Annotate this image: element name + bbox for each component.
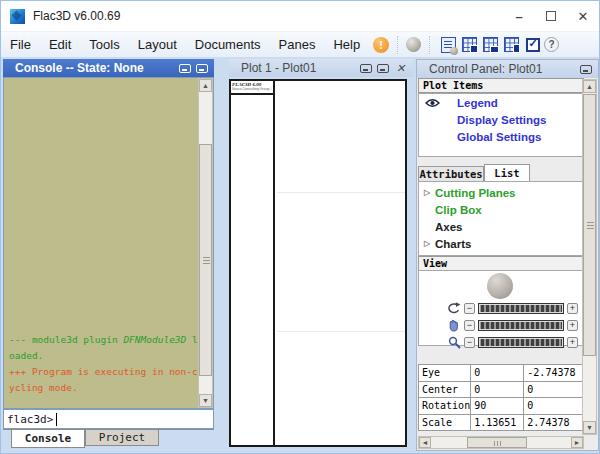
cell-value[interactable]: 0 (524, 381, 583, 398)
control-panel-scrollbar[interactable] (582, 79, 597, 435)
console-tab-bar: Console Project (3, 429, 214, 449)
scroll-left-icon[interactable] (419, 437, 431, 448)
app-icon (10, 9, 25, 24)
checkbox-icon[interactable] (526, 38, 540, 52)
menu-tools[interactable]: Tools (80, 34, 128, 55)
scroll-thumb[interactable] (199, 144, 212, 376)
scroll-thumb[interactable] (583, 94, 596, 356)
plot-maximize-button[interactable] (377, 64, 389, 73)
sphere-tool-icon[interactable] (406, 37, 421, 52)
cell-value[interactable]: 0 (471, 365, 524, 382)
plot-gridline (277, 331, 405, 332)
plot-canvas[interactable]: FLAC3D 6.00 Itasca Consulting Group, Inc… (229, 79, 407, 447)
view-parameters-table: Eye 0 -2.74378 Center 0 0 Rotation 90 0 … (418, 364, 583, 431)
grid-build-icon[interactable] (504, 37, 519, 52)
menu-file[interactable]: File (1, 34, 40, 55)
menu-panes[interactable]: Panes (270, 34, 325, 55)
scroll-down-icon[interactable] (199, 394, 212, 407)
rotate-slider-row (419, 301, 583, 315)
cell-value[interactable]: 0 (524, 398, 583, 415)
row-label: Eye (419, 365, 471, 382)
window-controls (503, 2, 599, 30)
console-minimize-button[interactable] (196, 64, 208, 73)
console-input[interactable]: flac3d> (3, 409, 214, 429)
tab-console[interactable]: Console (11, 429, 85, 448)
menu-help[interactable]: Help (324, 34, 369, 55)
tab-project[interactable]: Project (85, 430, 159, 446)
control-tab-bar: Attributes List (418, 164, 530, 182)
scroll-up-icon[interactable] (199, 79, 212, 92)
expand-icon[interactable] (419, 239, 435, 248)
window-title: Flac3D v6.00.69 (33, 9, 120, 23)
table-row: Eye 0 -2.74378 (419, 365, 583, 382)
control-panel-title: Control Panel: Plot01 (429, 62, 542, 76)
control-panel-header: Control Panel: Plot01 (417, 60, 598, 78)
row-label: Center (419, 381, 471, 398)
cell-value[interactable]: 1.13651 (471, 414, 524, 431)
console-output-area[interactable]: --- module3d plugin DFNModule3D l oaded.… (3, 77, 214, 409)
list-item: Display Settings (419, 111, 583, 128)
plot-item-global-settings[interactable]: Global Settings (457, 131, 541, 143)
list-item-clip-box[interactable]: Clip Box (435, 204, 482, 216)
console-output: --- module3d plugin DFNModule3D l oaded.… (9, 334, 199, 398)
maximize-button[interactable] (535, 2, 567, 30)
cell-value[interactable]: 0 (471, 381, 524, 398)
table-row: Rotation 90 0 (419, 398, 583, 415)
list-item-axes[interactable]: Axes (435, 221, 463, 233)
pan-plus-button[interactable] (567, 320, 578, 331)
pan-hand-icon (447, 319, 461, 332)
zoom-slider[interactable] (478, 337, 564, 348)
console-float-button[interactable] (179, 64, 191, 73)
plot-items-list: Legend Display Settings Global Settings (418, 93, 584, 157)
list-item: Legend (419, 94, 583, 111)
menu-edit[interactable]: Edit (40, 34, 80, 55)
rotate-plus-button[interactable] (567, 303, 578, 314)
scroll-right-icon[interactable] (571, 437, 583, 448)
scroll-thumb[interactable] (467, 437, 527, 448)
tab-attributes[interactable]: Attributes (418, 166, 484, 182)
pan-minus-button[interactable] (464, 320, 475, 331)
row-label: Rotation (419, 398, 471, 415)
scroll-up-icon[interactable] (583, 80, 596, 93)
eye-icon[interactable] (425, 98, 440, 108)
scroll-down-icon[interactable] (583, 421, 596, 434)
cell-value[interactable]: -2.74378 (524, 365, 583, 382)
help-icon[interactable] (544, 37, 559, 52)
list-item-cutting-planes[interactable]: Cutting Planes (435, 187, 516, 199)
menu-documents[interactable]: Documents (186, 34, 270, 55)
table-row: Center 0 0 (419, 381, 583, 398)
table-horizontal-scrollbar[interactable] (418, 436, 584, 449)
rotate-minus-button[interactable] (464, 303, 475, 314)
console-header-title: Console -- State: None (15, 61, 144, 75)
cell-value[interactable]: 90 (471, 398, 524, 415)
plot-gridline (277, 192, 405, 193)
expand-icon[interactable] (419, 188, 435, 197)
pan-slider[interactable] (478, 320, 564, 331)
legend-header: FLAC3D 6.00 Itasca Consulting Group, Inc… (231, 81, 273, 95)
view-trackball[interactable] (487, 273, 513, 299)
control-minimize-button[interactable] (580, 65, 592, 74)
zoom-plus-button[interactable] (567, 337, 578, 348)
plot-float-button[interactable] (360, 64, 372, 73)
plot-item-legend[interactable]: Legend (457, 97, 498, 109)
control-panel: Control Panel: Plot01 Plot Items Legend (416, 59, 599, 451)
close-button[interactable] (567, 2, 599, 30)
grid-plot-icon[interactable] (462, 37, 477, 52)
minimize-button[interactable] (503, 2, 535, 30)
warning-icon[interactable] (373, 37, 389, 53)
print-plot-icon[interactable] (441, 37, 456, 53)
tab-list[interactable]: List (484, 164, 530, 182)
menu-layout[interactable]: Layout (129, 34, 186, 55)
list-item-charts[interactable]: Charts (435, 238, 471, 250)
plot-close-button[interactable] (394, 63, 407, 74)
rotate-slider[interactable] (478, 303, 564, 314)
plot-view-area[interactable] (277, 81, 405, 445)
plot-header: Plot 1 - Plot01 (229, 59, 413, 77)
console-line: ycling mode. (9, 382, 199, 398)
list-item: Global Settings (419, 128, 583, 145)
grid-items-icon[interactable] (483, 37, 498, 52)
console-scrollbar[interactable] (198, 78, 213, 408)
zoom-minus-button[interactable] (464, 337, 475, 348)
cell-value[interactable]: 2.74378 (524, 414, 583, 431)
plot-item-display-settings[interactable]: Display Settings (457, 114, 546, 126)
